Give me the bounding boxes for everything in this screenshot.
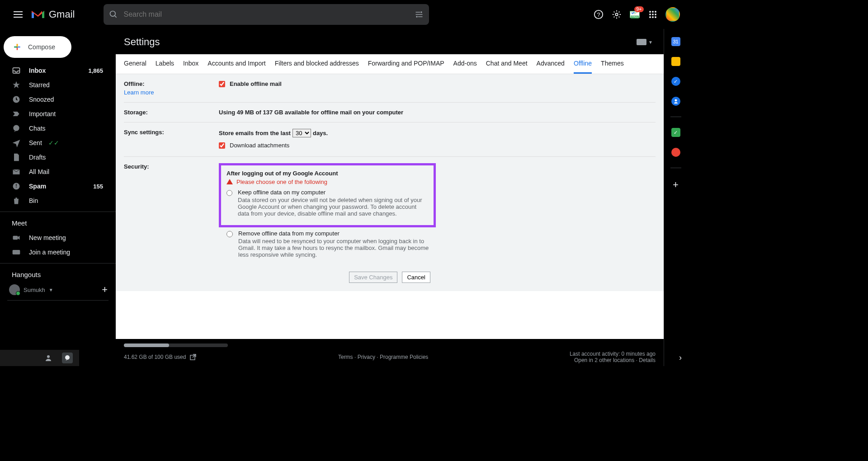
save-button[interactable]: Save Changes <box>349 272 397 283</box>
calendar-app-icon[interactable]: 31 <box>671 37 680 46</box>
main-menu-button[interactable] <box>7 4 29 25</box>
svg-point-9 <box>649 11 651 13</box>
sidebar-item-spam[interactable]: ! Spam 155 <box>0 179 116 193</box>
offline-row: Offline: Learn more Enable offline mail <box>124 74 656 103</box>
free-extension-badge[interactable]: FREE 9+ <box>629 9 640 20</box>
inbox-count: 1,865 <box>88 67 103 74</box>
remove-data-option[interactable]: Remove offline data from my computer Dat… <box>219 230 656 258</box>
hangouts-user[interactable]: Sumukh ▼ + <box>0 282 116 297</box>
terms-link[interactable]: Terms <box>338 354 353 360</box>
details-link[interactable]: Details <box>639 357 656 363</box>
video-icon <box>12 233 21 242</box>
support-button[interactable]: ? <box>593 9 604 20</box>
inbox-icon <box>12 66 21 75</box>
horizontal-scrollbar[interactable] <box>124 343 228 347</box>
tab-accounts[interactable]: Accounts and Import <box>208 60 265 74</box>
meet-join-label: Join a meeting <box>29 249 70 256</box>
gmail-logo[interactable]: Gmail <box>31 9 75 20</box>
sync-pre: Store emails from the last <box>219 130 291 136</box>
hangouts-avatar <box>9 284 20 295</box>
remove-data-radio[interactable] <box>226 231 233 237</box>
hangouts-bottom-bar <box>0 350 79 366</box>
hangouts-person-icon[interactable] <box>43 353 54 363</box>
storage-usage[interactable]: 41.62 GB of 100 GB used <box>124 353 197 361</box>
cancel-button[interactable]: Cancel <box>402 272 430 283</box>
tab-themes[interactable]: Themes <box>601 60 624 74</box>
settings-button[interactable] <box>611 9 622 20</box>
sidebar-item-chats[interactable]: Chats <box>0 121 116 136</box>
meet-new-meeting[interactable]: New meeting <box>0 230 116 245</box>
search-input[interactable] <box>123 10 415 19</box>
svg-text:?: ? <box>597 11 600 18</box>
tab-labels[interactable]: Labels <box>156 60 174 74</box>
sidebar-item-starred[interactable]: Starred <box>0 78 116 92</box>
keyboard-icon <box>12 248 21 257</box>
compose-button[interactable]: Compose <box>4 36 71 58</box>
main-content: Settings ▼ General Labels Inbox Accounts… <box>116 29 664 366</box>
get-addons-button[interactable]: + <box>673 179 679 191</box>
keep-data-option[interactable]: Keep offline data on my computer Data st… <box>226 189 428 217</box>
security-highlighted-box: After logging out of my Google Account P… <box>219 163 436 227</box>
sync-row: Sync settings: Store emails from the las… <box>124 122 656 157</box>
side-panel-expand[interactable]: › <box>679 353 682 362</box>
tab-addons[interactable]: Add-ons <box>453 60 477 74</box>
enable-offline-checkbox[interactable]: Enable offline mail <box>219 80 282 87</box>
tab-general[interactable]: General <box>124 60 146 74</box>
contacts-app-icon[interactable] <box>671 97 680 106</box>
tab-advanced[interactable]: Advanced <box>537 60 565 74</box>
security-heading: After logging out of my Google Account <box>226 170 428 177</box>
spam-count: 155 <box>93 183 103 190</box>
tab-inbox[interactable]: Inbox <box>183 60 198 74</box>
download-attachments-checkbox[interactable]: Download attachments <box>219 142 289 149</box>
sidebar-item-label: Starred <box>29 81 50 89</box>
search-bar[interactable] <box>104 4 429 25</box>
side-panel: 31 ✓ ✓ + <box>664 29 687 366</box>
google-apps-button[interactable] <box>647 9 658 20</box>
svg-point-12 <box>649 14 651 15</box>
sidebar-item-drafts[interactable]: Drafts <box>0 150 116 165</box>
input-tools-selector[interactable]: ▼ <box>637 39 653 45</box>
keep-data-title: Keep offline data on my computer <box>238 189 428 196</box>
footer-links: Terms · Privacy · Programme Policies <box>197 354 569 360</box>
star-icon <box>12 80 21 89</box>
learn-more-link[interactable]: Learn more <box>124 89 219 96</box>
sidebar-item-label: Important <box>29 110 56 118</box>
meet-join-meeting[interactable]: Join a meeting <box>0 245 116 259</box>
sidebar-item-label: Snoozed <box>29 96 54 103</box>
sidebar-item-snoozed[interactable]: Snoozed <box>0 92 116 107</box>
sidebar-item-label: Bin <box>29 197 38 204</box>
enable-offline-input[interactable] <box>219 81 225 87</box>
addon-green-icon[interactable]: ✓ <box>671 128 680 137</box>
account-avatar[interactable] <box>665 7 680 22</box>
sidebar-item-important[interactable]: Important <box>0 107 116 121</box>
sidebar-item-label: Inbox <box>29 67 46 74</box>
hangouts-chat-icon[interactable] <box>62 353 73 363</box>
tab-forwarding[interactable]: Forwarding and POP/IMAP <box>368 60 444 74</box>
account-activity: Last account activity: 0 minutes ago <box>570 351 656 357</box>
app-header: Gmail ? FREE 9+ <box>0 0 687 29</box>
svg-point-10 <box>652 11 654 13</box>
open-external-icon <box>189 353 197 361</box>
svg-point-11 <box>655 11 656 13</box>
download-attachments-input[interactable] <box>219 142 225 149</box>
sidebar-item-allmail[interactable]: All Mail <box>0 165 116 179</box>
chat-icon <box>12 124 21 133</box>
sidebar-item-inbox[interactable]: Inbox 1,865 <box>0 63 116 78</box>
search-options-icon[interactable] <box>415 10 424 19</box>
spam-icon: ! <box>12 182 21 191</box>
tab-filters[interactable]: Filters and blocked addresses <box>275 60 359 74</box>
keep-data-radio[interactable] <box>226 190 232 196</box>
sidebar-item-bin[interactable]: Bin <box>0 193 116 208</box>
sync-days-select[interactable]: 30 <box>292 129 311 137</box>
tab-chat[interactable]: Chat and Meet <box>486 60 528 74</box>
privacy-link[interactable]: Privacy <box>358 354 375 360</box>
sidebar-item-sent[interactable]: Sent ✓✓ <box>0 136 116 150</box>
svg-point-16 <box>652 16 654 18</box>
tasks-app-icon[interactable]: ✓ <box>671 77 680 86</box>
tab-offline[interactable]: Offline <box>574 60 592 74</box>
addon-red-icon[interactable] <box>671 148 680 157</box>
policies-link[interactable]: Programme Policies <box>380 354 428 360</box>
keep-app-icon[interactable] <box>671 57 680 66</box>
hangouts-new-button[interactable]: + <box>102 284 108 296</box>
sidebar-item-label: Chats <box>29 125 46 132</box>
